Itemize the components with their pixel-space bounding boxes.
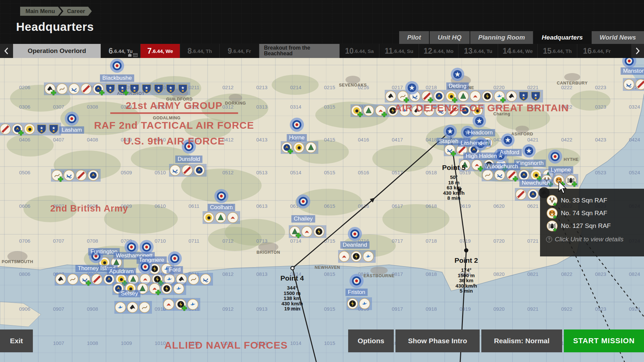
raf-roundel-icon[interactable] bbox=[548, 149, 562, 164]
squadron-emblem-icon[interactable] bbox=[351, 251, 362, 262]
squadron-emblem-icon[interactable] bbox=[92, 274, 102, 285]
squadron-emblem-icon[interactable] bbox=[125, 284, 136, 294]
us-star-icon[interactable] bbox=[474, 137, 487, 150]
squadron-emblem-icon[interactable] bbox=[182, 165, 193, 176]
squadron-emblem-icon[interactable] bbox=[201, 274, 211, 285]
squadron-emblem-icon[interactable] bbox=[162, 284, 172, 294]
squadron-emblem-icon[interactable] bbox=[56, 274, 66, 285]
squadron-emblem-icon[interactable] bbox=[624, 79, 634, 90]
squadron-emblem-icon[interactable] bbox=[388, 106, 398, 116]
us-star-icon[interactable] bbox=[494, 149, 507, 162]
squadron-emblem-icon[interactable] bbox=[519, 170, 529, 180]
breadcrumb-main-menu[interactable]: Main Menu bbox=[20, 7, 62, 16]
start-mission-button[interactable]: START MISSION bbox=[564, 329, 644, 352]
squadron-emblem-icon[interactable] bbox=[140, 302, 150, 313]
tooltip-unit-row[interactable]: No. 127 Sqn RAF bbox=[546, 220, 644, 232]
date-tab-16-6-44[interactable]: 16.6.44, Fr bbox=[577, 44, 616, 58]
squadron-emblem-icon[interactable] bbox=[460, 106, 471, 116]
squadron-emblem-icon[interactable] bbox=[88, 170, 99, 181]
squadron-emblem-icon[interactable] bbox=[460, 160, 470, 170]
date-tab-15-6-44[interactable]: 15.6.44, Th bbox=[537, 44, 577, 58]
breadcrumb-career[interactable]: Career bbox=[60, 7, 92, 16]
waypoint-dot[interactable] bbox=[291, 266, 294, 270]
squadron-emblem-icon[interactable] bbox=[0, 124, 11, 134]
date-tab-12-6-44[interactable]: 12.6.44, Mo bbox=[419, 44, 458, 58]
squadron-emblem-icon[interactable] bbox=[528, 189, 538, 200]
raf-roundel-icon[interactable] bbox=[348, 227, 362, 241]
raf-roundel-icon[interactable] bbox=[138, 260, 152, 274]
squadron-emblem-icon[interactable] bbox=[339, 251, 350, 262]
squadron-emblem-icon[interactable] bbox=[506, 91, 517, 102]
squadron-emblem-icon[interactable] bbox=[216, 213, 226, 223]
waypoint-dot[interactable] bbox=[465, 249, 468, 252]
us-star-icon[interactable] bbox=[405, 81, 419, 95]
squadron-emblem-icon[interactable] bbox=[228, 213, 238, 223]
squadron-emblem-icon[interactable] bbox=[483, 170, 493, 180]
tab-unit-hq[interactable]: Unit HQ bbox=[430, 31, 470, 44]
squadron-emblem-icon[interactable] bbox=[294, 142, 304, 153]
squadron-emblem-icon[interactable] bbox=[302, 227, 312, 237]
squadron-emblem-icon[interactable] bbox=[363, 251, 374, 262]
squadron-emblem-icon[interactable] bbox=[364, 106, 374, 116]
squadron-emblem-icon[interactable] bbox=[386, 91, 396, 102]
squadron-emblem-icon[interactable] bbox=[314, 227, 324, 237]
raf-roundel-icon[interactable] bbox=[182, 139, 196, 154]
squadron-emblem-icon[interactable] bbox=[189, 274, 199, 285]
date-tab-8-6-44[interactable]: 8.6.44, Th bbox=[180, 44, 219, 58]
squadron-emblem-icon[interactable] bbox=[482, 91, 493, 102]
us-star-icon[interactable] bbox=[473, 114, 486, 128]
squadron-emblem-icon[interactable] bbox=[64, 170, 74, 181]
exit-button[interactable]: Exit bbox=[0, 329, 33, 352]
squadron-emblem-icon[interactable] bbox=[164, 299, 174, 310]
squadron-emblem-icon[interactable] bbox=[516, 189, 526, 200]
squadron-emblem-icon[interactable] bbox=[81, 84, 92, 94]
raf-roundel-icon[interactable] bbox=[65, 112, 79, 126]
squadron-emblem-icon[interactable] bbox=[127, 302, 138, 313]
tooltip-unit-row[interactable]: No. 74 Sqn RAF bbox=[546, 207, 644, 220]
squadron-emblem-icon[interactable] bbox=[636, 79, 644, 90]
squadron-emblem-icon[interactable] bbox=[111, 257, 122, 268]
squadron-emblem-icon[interactable] bbox=[457, 145, 467, 155]
raf-roundel-icon[interactable] bbox=[214, 189, 228, 203]
phase-tab-operation-overlord[interactable]: Operation Overlord bbox=[13, 44, 101, 58]
squadron-emblem-icon[interactable] bbox=[68, 274, 78, 285]
tab-planning-room[interactable]: Planning Room bbox=[470, 31, 533, 44]
squadron-emblem-icon[interactable] bbox=[113, 284, 124, 294]
squadron-emblem-icon[interactable] bbox=[188, 299, 198, 310]
squadron-emblem-icon[interactable] bbox=[434, 91, 444, 102]
squadron-emblem-icon[interactable] bbox=[400, 106, 410, 116]
prev-day-button[interactable] bbox=[0, 44, 13, 58]
squadron-emblem-icon[interactable] bbox=[115, 302, 126, 313]
raf-roundel-icon[interactable] bbox=[110, 59, 124, 73]
us-star-icon[interactable] bbox=[443, 125, 457, 138]
show-phase-intro-button[interactable]: Show Phase Intro bbox=[395, 329, 480, 352]
map-area[interactable]: 0206020702080209021002110212021302140215… bbox=[0, 58, 644, 362]
tab-headquarters[interactable]: Headquarters bbox=[534, 31, 591, 44]
us-star-icon[interactable] bbox=[461, 126, 474, 139]
squadron-emblem-icon[interactable] bbox=[360, 299, 370, 309]
squadron-emblem-icon[interactable] bbox=[495, 170, 505, 180]
options-button[interactable]: Options bbox=[348, 329, 394, 352]
tab-pilot[interactable]: Pilot bbox=[399, 31, 429, 44]
us-star-icon[interactable] bbox=[522, 144, 536, 158]
realism-button[interactable]: Realism: Normal bbox=[481, 329, 562, 352]
phase-tab-breakout[interactable]: Breakout from the Beachhead bbox=[259, 44, 339, 58]
squadron-emblem-icon[interactable] bbox=[138, 284, 148, 294]
squadron-emblem-icon[interactable] bbox=[69, 84, 79, 94]
raf-roundel-icon[interactable] bbox=[290, 118, 304, 132]
squadron-emblem-icon[interactable] bbox=[470, 91, 481, 102]
squadron-emblem-icon[interactable] bbox=[347, 299, 358, 309]
tooltip-unit-row[interactable]: No. 33 Sqn RAF bbox=[546, 194, 644, 207]
squadron-emblem-icon[interactable] bbox=[448, 106, 459, 116]
raf-roundel-icon[interactable] bbox=[168, 251, 182, 265]
squadron-emblem-icon[interactable] bbox=[436, 106, 446, 116]
date-tab-13-6-44[interactable]: 13.6.44, Tu bbox=[458, 44, 498, 58]
squadron-emblem-icon[interactable] bbox=[472, 106, 483, 116]
next-day-button[interactable] bbox=[631, 44, 644, 58]
date-tab-11-6-44[interactable]: 11.6.44, Su bbox=[379, 44, 419, 58]
date-tab-7-6-44[interactable]: 7.6.44, We bbox=[140, 44, 180, 58]
squadron-emblem-icon[interactable] bbox=[412, 106, 422, 116]
raf-roundel-icon[interactable] bbox=[124, 240, 139, 254]
squadron-emblem-icon[interactable] bbox=[162, 264, 172, 274]
squadron-emblem-icon[interactable] bbox=[24, 124, 35, 134]
